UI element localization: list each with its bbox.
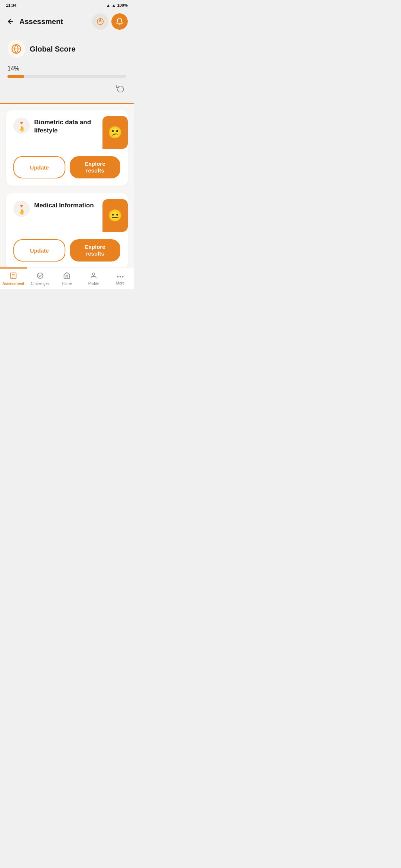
bottom-nav: Assessment Challenges Home Profile xyxy=(0,267,134,289)
badge-button[interactable] xyxy=(92,13,108,30)
refresh-button[interactable] xyxy=(114,82,126,94)
header-left: Assessment xyxy=(4,16,63,27)
medical-explore-button[interactable]: Explore results xyxy=(70,239,120,262)
medical-emoji-badge: 😐 xyxy=(102,199,128,232)
cards-container: ♥ 🤚 Biometric data and lifestyle 😕 Updat… xyxy=(0,104,134,270)
challenges-nav-icon xyxy=(36,272,44,280)
medical-actions: Update Explore results xyxy=(6,232,128,269)
heart-hand-icon: ♥ 🤚 xyxy=(19,120,25,132)
more-nav-icon xyxy=(117,273,124,280)
assessment-nav-label: Assessment xyxy=(3,282,25,286)
home-nav-icon xyxy=(63,272,71,280)
global-score-header: Global Score xyxy=(7,40,126,58)
medical-icon: ♥ 🤚 xyxy=(13,201,30,217)
medical-card: ♥ 🤚 Medical Information 😐 Update Explore… xyxy=(6,193,128,269)
medical-update-button[interactable]: Update xyxy=(13,239,65,262)
biometric-emoji: 😕 xyxy=(108,125,123,139)
back-button[interactable] xyxy=(4,16,16,27)
svg-point-7 xyxy=(38,273,43,279)
status-time: 11:34 xyxy=(6,3,16,7)
global-score-section: Global Score 14% xyxy=(0,33,134,103)
svg-point-8 xyxy=(92,273,95,276)
medical-emoji: 😐 xyxy=(108,208,123,223)
medical-heart-hand-icon: ♥ 🤚 xyxy=(19,203,25,215)
biometric-card-title: Biometric data and lifestyle xyxy=(34,118,102,135)
main-content: Global Score 14% ♥ xyxy=(0,33,134,270)
wifi-icon: ▲ xyxy=(106,3,110,7)
card-left: ♥ 🤚 Biometric data and lifestyle xyxy=(13,118,102,135)
biometric-update-button[interactable]: Update xyxy=(13,156,65,178)
status-icons: ▲ ▲ 100% xyxy=(106,3,128,7)
biometric-card: ♥ 🤚 Biometric data and lifestyle 😕 Updat… xyxy=(6,110,128,186)
svg-point-10 xyxy=(120,276,121,277)
medical-card-title: Medical Information xyxy=(34,201,97,210)
notification-button[interactable] xyxy=(111,13,128,30)
refresh-area xyxy=(7,82,126,94)
card-top: ♥ 🤚 Biometric data and lifestyle 😕 xyxy=(6,110,128,149)
medical-card-top: ♥ 🤚 Medical Information 😐 xyxy=(6,193,128,232)
biometric-actions: Update Explore results xyxy=(6,149,128,186)
nav-more[interactable]: More xyxy=(107,267,134,289)
progress-bar xyxy=(7,75,126,78)
nav-assessment[interactable]: Assessment xyxy=(0,267,27,289)
score-percentage: 14% xyxy=(7,65,126,72)
header-actions xyxy=(92,13,128,30)
signal-icon: ▲ xyxy=(112,3,116,7)
biometric-explore-button[interactable]: Explore results xyxy=(70,156,120,178)
assessment-nav-icon xyxy=(10,272,17,280)
challenges-nav-label: Challenges xyxy=(31,282,49,286)
time-display: 11:34 xyxy=(6,3,16,7)
global-score-title: Global Score xyxy=(30,45,75,53)
header: Assessment xyxy=(0,10,134,33)
nav-challenges[interactable]: Challenges xyxy=(27,267,53,289)
nav-profile[interactable]: Profile xyxy=(80,267,107,289)
svg-point-9 xyxy=(117,276,118,277)
home-nav-label: Home xyxy=(62,282,72,286)
battery-display: 100% xyxy=(117,3,128,7)
svg-point-11 xyxy=(122,276,124,277)
status-bar: 11:34 ▲ ▲ 100% xyxy=(0,0,134,10)
medical-card-left: ♥ 🤚 Medical Information xyxy=(13,201,102,217)
page-title: Assessment xyxy=(19,17,63,26)
more-nav-label: More xyxy=(116,281,125,285)
biometric-emoji-badge: 😕 xyxy=(102,116,128,149)
globe-icon xyxy=(7,40,25,58)
nav-home[interactable]: Home xyxy=(53,267,80,289)
profile-nav-icon xyxy=(90,272,97,280)
progress-fill xyxy=(7,75,24,78)
profile-nav-label: Profile xyxy=(88,282,99,286)
biometric-icon: ♥ 🤚 xyxy=(13,118,30,134)
